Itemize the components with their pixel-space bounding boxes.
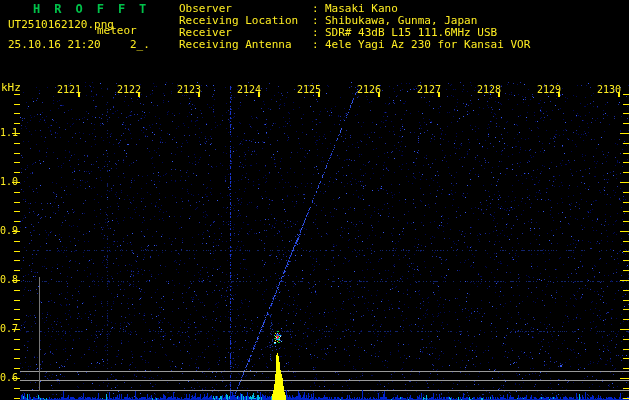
band-label: meteor [97,25,137,37]
x-tick-label: 2129 [537,84,561,95]
info-label: Receiving Antenna [179,39,292,51]
x-tick-label: 2128 [477,84,501,95]
x-tick-label: 2123 [177,84,201,95]
info-separator: : [312,39,319,51]
app-title: HROFFT [33,3,160,15]
y-tick-label: 1.1 [0,127,18,138]
y-tick-label: 1.0 [0,176,18,187]
x-tick-label: 2121 [57,84,81,95]
info-value: 4ele Yagi Az 230 for Kansai VOR [325,39,530,51]
x-tick-label: 2125 [297,84,321,95]
spectrogram-canvas [0,0,629,400]
y-tick-label: 0.7 [0,323,18,334]
y-tick-label: 0.6 [0,372,18,383]
x-tick-label: 2124 [237,84,261,95]
hrofft-output-image: HROFFT UT2510162120.png meteor 25.10.16 … [0,0,629,400]
datetime-text: 25.10.16 21:20 [8,39,101,51]
counter-text: 2_. [130,39,150,51]
x-tick-label: 2127 [417,84,441,95]
y-tick-label: 0.9 [0,225,18,236]
y-tick-label: 0.8 [0,274,18,285]
x-tick-label: 2122 [117,84,141,95]
x-tick-label: 2130 [597,84,621,95]
x-tick-label: 2126 [357,84,381,95]
y-axis-unit-label: kHz [1,82,21,94]
